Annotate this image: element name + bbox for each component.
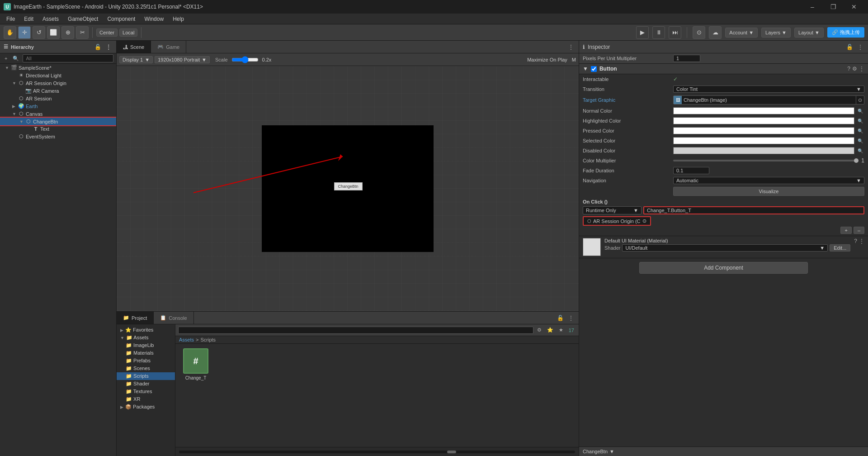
sidebar-scenes[interactable]: 📁 Scenes <box>117 365 175 372</box>
pressed-color-swatch[interactable] <box>673 127 854 134</box>
resolution-dropdown[interactable]: 1920x1080 Portrait ▼ <box>155 56 210 63</box>
component-menu-btn[interactable]: ⋮ <box>859 66 864 72</box>
hierarchy-item-samplescene[interactable]: ▼ 🎬 SampleScene* <box>0 64 116 71</box>
breadcrumb-scripts[interactable]: Scripts <box>200 337 216 342</box>
hierarchy-item-eventsystem[interactable]: ⬡ EventSystem <box>0 133 116 140</box>
project-bookmark-btn[interactable]: ⭐ <box>545 326 555 334</box>
target-graphic-field[interactable]: 🖼 ChangeBtn (Image) ⊙ <box>673 95 864 104</box>
hierarchy-add[interactable]: + <box>3 55 9 62</box>
pause-button[interactable]: ⏸ <box>652 26 665 39</box>
component-help-btn[interactable]: ? <box>847 66 850 72</box>
menu-gameobject[interactable]: GameObject <box>63 15 103 23</box>
sidebar-materials[interactable]: 📁 Materials <box>117 349 175 357</box>
maximize-btn[interactable]: Maximize On Play <box>527 57 567 62</box>
disabled-color-eyedropper[interactable]: 🔍 <box>856 148 864 153</box>
hierarchy-lock[interactable]: 🔓 <box>93 44 103 50</box>
normal-color-swatch[interactable] <box>673 107 854 114</box>
menu-file[interactable]: File <box>2 15 19 23</box>
collab-cloud[interactable]: ☁ <box>709 26 722 39</box>
tab-scene[interactable]: 🏞 Scene <box>117 41 151 53</box>
tab-project[interactable]: 📁 Project <box>117 312 154 324</box>
ar-session-obj-picker[interactable]: ⊙ <box>642 218 646 224</box>
pixels-per-unit-input[interactable] <box>673 55 700 62</box>
hierarchy-item-canvas[interactable]: ▼ ⬡ Canvas <box>0 110 116 118</box>
function-input[interactable] <box>643 206 864 214</box>
material-help-btn[interactable]: ? <box>854 238 857 244</box>
hierarchy-item-ar-session-origin[interactable]: ▼ ⬡ AR Session Origin <box>0 79 116 87</box>
menu-window[interactable]: Window <box>140 15 168 23</box>
minimize-button[interactable]: – <box>802 0 823 14</box>
fade-duration-input[interactable] <box>673 167 709 174</box>
hierarchy-item-changebtn[interactable]: ▼ ⬡ ChangeBtn <box>0 118 116 125</box>
selected-color-eyedropper[interactable]: 🔍 <box>856 138 864 143</box>
close-button[interactable]: ✕ <box>844 0 864 14</box>
sidebar-textures[interactable]: 📁 Textures <box>117 388 175 395</box>
titlebar-controls[interactable]: – ❐ ✕ <box>802 0 864 14</box>
hierarchy-search-input[interactable] <box>23 54 113 62</box>
scrollbar-thumb[interactable] <box>447 451 456 453</box>
sidebar-imagelib[interactable]: 📁 ImageLib <box>117 342 175 349</box>
tab-game[interactable]: 🎮 Game <box>151 41 186 53</box>
menu-help[interactable]: Help <box>168 15 189 23</box>
scrollbar-track[interactable] <box>179 451 575 453</box>
cloud-button[interactable]: ⊙ <box>693 26 705 39</box>
color-multiplier-slider[interactable] <box>673 160 859 162</box>
layout-button[interactable]: Layout ▼ <box>794 28 824 38</box>
sidebar-xr[interactable]: 📁 XR <box>117 395 175 403</box>
highlighted-color-swatch[interactable] <box>673 117 854 124</box>
tool-scale[interactable]: ⬜ <box>47 26 60 39</box>
hierarchy-item-text[interactable]: T Text <box>0 125 116 133</box>
hierarchy-menu[interactable]: ⋮ <box>104 44 113 50</box>
tool-rect[interactable]: ⊕ <box>61 26 74 39</box>
inspector-menu[interactable]: ⋮ <box>856 44 864 50</box>
normal-color-eyedropper[interactable]: 🔍 <box>856 109 864 114</box>
button-enabled-checkbox[interactable] <box>591 66 597 72</box>
bottom-menu-btn[interactable]: ⋮ <box>567 315 575 321</box>
sidebar-packages[interactable]: ▶ 📦 Packages <box>117 403 175 411</box>
navigation-dropdown[interactable]: Automatic ▼ <box>673 177 864 184</box>
project-search-input[interactable] <box>178 327 533 334</box>
scene-viewport[interactable]: ChangeBtn <box>117 66 579 311</box>
sidebar-prefabs[interactable]: 📁 Prefabs <box>117 357 175 365</box>
sidebar-assets[interactable]: ▼ 📁 Assets <box>117 334 175 342</box>
tool-rotate[interactable]: ↺ <box>33 26 45 39</box>
hierarchy-item-directional-light[interactable]: ☀ Directional Light <box>0 71 116 79</box>
tool-move[interactable]: ✛ <box>18 26 31 39</box>
project-star-btn[interactable]: ★ <box>557 326 565 334</box>
sidebar-shader[interactable]: 📁 Shader <box>117 380 175 388</box>
disabled-color-swatch[interactable] <box>673 147 854 154</box>
layers-button[interactable]: Layers ▼ <box>761 28 791 38</box>
bottom-lock-btn[interactable]: 🔓 <box>556 315 565 321</box>
step-button[interactable]: ⏭ <box>669 26 681 39</box>
transition-dropdown[interactable]: Color Tint ▼ <box>673 86 864 93</box>
hierarchy-item-earth[interactable]: ▶ 🌍 Earth <box>0 102 116 110</box>
file-change-t[interactable]: # Change_T <box>180 348 212 380</box>
menu-edit[interactable]: Edit <box>19 15 38 23</box>
target-graphic-picker-btn[interactable]: ⊙ <box>856 96 864 104</box>
scale-slider[interactable] <box>231 56 259 63</box>
maximize-button[interactable]: ❐ <box>823 0 844 14</box>
material-menu-btn[interactable]: ⋮ <box>859 238 864 244</box>
on-click-add-btn[interactable]: + <box>840 227 851 234</box>
menu-assets[interactable]: Assets <box>38 15 63 23</box>
hierarchy-item-ar-camera[interactable]: 📷 AR Camera <box>0 87 116 95</box>
footer-changebtn-dropdown[interactable]: ChangeBtn ▼ <box>583 449 614 454</box>
material-edit-btn[interactable]: Edit... <box>830 244 850 252</box>
add-component-button[interactable]: Add Component <box>639 262 808 274</box>
selected-color-swatch[interactable] <box>673 137 854 144</box>
button-component-header[interactable]: ▼ Button ? ⚙ ⋮ <box>579 64 868 74</box>
play-button[interactable]: ▶ <box>636 26 649 39</box>
project-filter-btn[interactable]: ⚙ <box>535 326 543 334</box>
m-btn[interactable]: M <box>572 57 576 62</box>
sidebar-scripts[interactable]: 📁 Scripts <box>117 372 175 380</box>
tool-transform[interactable]: ✂ <box>76 26 89 39</box>
visualize-button[interactable]: Visualize <box>673 187 864 196</box>
runtime-only-dropdown[interactable]: Runtime Only ▼ <box>583 206 642 214</box>
highlighted-color-eyedropper[interactable]: 🔍 <box>856 119 864 124</box>
inspector-lock[interactable]: 🔓 <box>845 44 854 50</box>
pressed-color-eyedropper[interactable]: 🔍 <box>856 128 864 133</box>
breadcrumb-assets[interactable]: Assets <box>179 337 194 342</box>
center-toggle[interactable]: Center <box>96 28 118 37</box>
component-settings-icon[interactable]: ⚙ <box>852 66 857 72</box>
scene-menu-btn[interactable]: ⋮ <box>567 44 575 50</box>
